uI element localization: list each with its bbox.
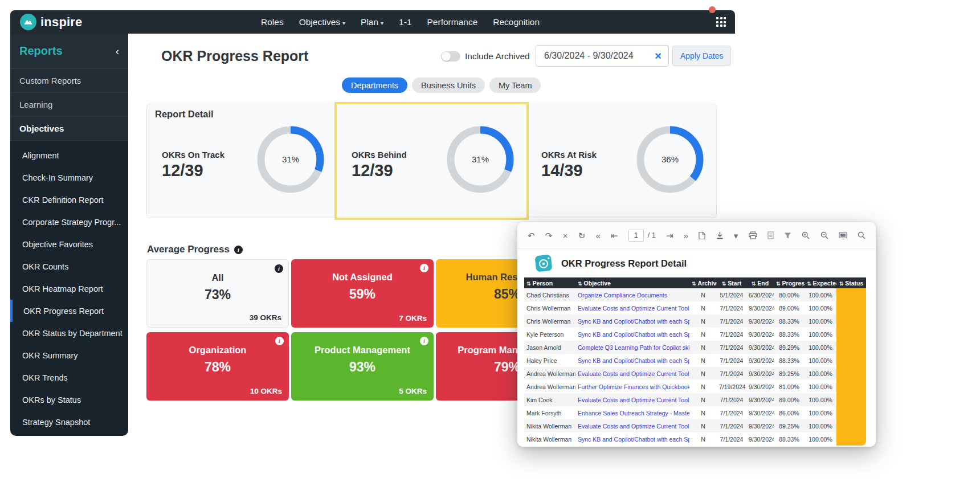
sidebar-section-custom-reports[interactable]: Custom Reports bbox=[10, 69, 128, 93]
sidebar-item-okr-progress-report[interactable]: OKR Progress Report bbox=[10, 300, 128, 322]
cell-start: 7/1/2024 bbox=[717, 406, 746, 419]
tile-product-management[interactable]: Product Management93%5 OKRsi bbox=[291, 332, 434, 401]
sidebar-item-objective-favorites[interactable]: Objective Favorites bbox=[10, 233, 128, 255]
svg-text:31%: 31% bbox=[472, 154, 489, 164]
search-icon[interactable] bbox=[858, 231, 865, 239]
nav-recognition[interactable]: Recognition bbox=[493, 17, 540, 27]
cell-objective: Further Optimize Finances with Quickbook… bbox=[575, 380, 689, 393]
cell-person: Nikita Wollerman bbox=[524, 419, 575, 432]
nav-roles[interactable]: Roles bbox=[261, 17, 284, 27]
sidebar-section-learning[interactable]: Learning bbox=[10, 93, 128, 117]
objective-link[interactable]: Organize Compliance Documents bbox=[578, 292, 667, 299]
sidebar-item-alignment[interactable]: Alignment bbox=[10, 144, 128, 166]
nav-1-1[interactable]: 1-1 bbox=[399, 17, 411, 27]
target-logo-icon bbox=[534, 254, 554, 273]
column-header-end[interactable]: ⇅End bbox=[746, 277, 774, 288]
sidebar-report-list: AlignmentCheck-In SummaryCKR Definition … bbox=[10, 141, 128, 433]
tile-organization[interactable]: Organization78%10 OKRsi bbox=[146, 332, 289, 401]
fit-page-icon[interactable] bbox=[839, 232, 847, 239]
redo-icon[interactable]: ↷ bbox=[545, 231, 553, 240]
metrics-row: OKRs On Track12/3931%OKRs Behind12/3931%… bbox=[147, 104, 716, 218]
sidebar-item-okr-trends[interactable]: OKR Trends bbox=[10, 366, 128, 389]
nav-performance[interactable]: Performance bbox=[427, 17, 478, 27]
first-page-icon[interactable]: ⇤ bbox=[611, 231, 618, 240]
info-icon[interactable]: i bbox=[275, 337, 284, 345]
objective-link[interactable]: Sync KB and Copilot/Chatbot with each Sp… bbox=[578, 357, 689, 364]
cell-archive: N bbox=[689, 301, 717, 315]
app-logo[interactable]: inspire bbox=[20, 14, 83, 30]
info-icon[interactable]: i bbox=[420, 264, 428, 272]
tile-all[interactable]: All73%39 OKRsi bbox=[146, 259, 289, 328]
objective-link[interactable]: Evaluate Costs and Optimize Current Tool… bbox=[578, 423, 689, 430]
objective-link[interactable]: Complete Q3 Learning Path for Copilot sk… bbox=[578, 344, 689, 351]
collapse-sidebar-icon[interactable]: ‹ bbox=[116, 46, 119, 56]
sidebar-item-strategy-snapshot[interactable]: Strategy Snapshot bbox=[10, 411, 128, 433]
fast-forward-icon[interactable]: » bbox=[684, 231, 688, 240]
sidebar-item-okr-heatmap-report[interactable]: OKR Heatmap Report bbox=[10, 277, 128, 300]
page-number-input[interactable]: 1 bbox=[628, 230, 644, 242]
download-icon[interactable] bbox=[716, 231, 724, 239]
objective-link[interactable]: Evaluate Costs and Optimize Current Tool… bbox=[578, 397, 689, 403]
objective-link[interactable]: Sync KB and Copilot/Chatbot with each Sp… bbox=[578, 331, 689, 338]
info-icon[interactable]: i bbox=[234, 246, 243, 254]
cell-objective: Sync KB and Copilot/Chatbot with each Sp… bbox=[575, 432, 689, 446]
column-header-progress[interactable]: ⇅Progress bbox=[774, 277, 805, 288]
last-page-icon[interactable]: ⇥ bbox=[666, 231, 673, 240]
column-header-status[interactable]: ⇅Status bbox=[836, 277, 866, 288]
date-range-input[interactable]: 6/30/2024 - 9/30/2024 × bbox=[536, 45, 669, 67]
info-icon[interactable]: i bbox=[420, 337, 428, 345]
sidebar-item-okr-counts[interactable]: OKR Counts bbox=[10, 255, 128, 277]
tile-label: All bbox=[147, 272, 288, 283]
objective-link[interactable]: Evaluate Costs and Optimize Current Tool… bbox=[578, 305, 689, 312]
print-icon[interactable] bbox=[749, 231, 757, 239]
include-archived-toggle[interactable] bbox=[441, 51, 460, 62]
zoom-out-icon[interactable] bbox=[820, 231, 828, 239]
objective-link[interactable]: Further Optimize Finances with Quickbook… bbox=[578, 383, 689, 390]
filter-icon[interactable] bbox=[784, 232, 791, 239]
tab-my-team[interactable]: My Team bbox=[489, 77, 541, 93]
column-header-start[interactable]: ⇅Start bbox=[717, 277, 746, 288]
info-icon[interactable]: i bbox=[275, 264, 283, 273]
objective-link[interactable]: Sync KB and Copilot/Chatbot with each Sp… bbox=[578, 436, 689, 443]
sidebar-item-check-in-summary[interactable]: Check-In Summary bbox=[10, 166, 128, 189]
new-document-icon[interactable] bbox=[699, 231, 705, 240]
sidebar-item-okr-status-by-department[interactable]: OKR Status by Department bbox=[10, 322, 128, 344]
refresh-icon[interactable]: ↻ bbox=[578, 231, 586, 240]
column-header-archive[interactable]: ⇅Archive bbox=[689, 277, 717, 288]
apply-dates-button[interactable]: Apply Dates bbox=[672, 46, 731, 66]
report-doc-title: OKR Progress Report Detail bbox=[561, 258, 687, 269]
tab-departments[interactable]: Departments bbox=[342, 77, 407, 93]
zoom-in-icon[interactable] bbox=[802, 231, 810, 239]
sidebar-item-okr-summary[interactable]: OKR Summary bbox=[10, 344, 128, 366]
cell-person: Nikita Wollerman bbox=[524, 432, 575, 446]
nav-plan[interactable]: Plan▾ bbox=[361, 17, 383, 27]
objective-link[interactable]: Sync KB and Copilot/Chatbot with each Sp… bbox=[578, 318, 689, 325]
sidebar-item-corporate-strategy-progr[interactable]: Corporate Strategy Progr... bbox=[10, 211, 128, 233]
chevron-down-icon: ▾ bbox=[381, 20, 383, 26]
nav-objectives[interactable]: Objectives▾ bbox=[299, 17, 345, 27]
close-icon[interactable]: × bbox=[563, 231, 568, 240]
cell-objective: Sync KB and Copilot/Chatbot with each Sp… bbox=[575, 315, 689, 328]
cell-person: Kyle Peterson bbox=[524, 328, 575, 341]
cell-archive: N bbox=[689, 288, 717, 301]
app-switcher-icon[interactable] bbox=[716, 17, 726, 27]
objective-link[interactable]: Evaluate Costs and Optimize Current Tool… bbox=[578, 370, 689, 377]
cell-expected: 100.00% bbox=[805, 301, 836, 315]
export-document-icon[interactable] bbox=[767, 231, 774, 239]
caret-down-icon[interactable]: ▾ bbox=[734, 231, 738, 240]
column-header-expected[interactable]: ⇅Expected bbox=[805, 277, 836, 288]
sidebar-item-ckr-definition-report[interactable]: CKR Definition Report bbox=[10, 189, 128, 211]
column-header-person[interactable]: ⇅Person bbox=[524, 277, 575, 288]
undo-icon[interactable]: ↶ bbox=[528, 231, 535, 240]
sidebar-section-objectives[interactable]: Objectives bbox=[10, 117, 128, 141]
rewind-icon[interactable]: « bbox=[595, 231, 600, 240]
column-header-objective[interactable]: ⇅Objective bbox=[575, 277, 689, 288]
table-row: Kyle PetersonSync KB and Copilot/Chatbot… bbox=[524, 328, 866, 341]
notification-dot bbox=[709, 6, 716, 13]
sidebar-item-okrs-by-status[interactable]: OKRs by Status bbox=[10, 389, 128, 411]
tab-business-units[interactable]: Business Units bbox=[412, 77, 485, 93]
metric-label: OKRs At Risk bbox=[541, 150, 597, 160]
clear-date-icon[interactable]: × bbox=[655, 50, 662, 62]
tile-not-assigned[interactable]: Not Assigned59%7 OKRsi bbox=[291, 259, 434, 328]
objective-link[interactable]: Enhance Sales Outreach Strategy - Master… bbox=[578, 410, 689, 416]
